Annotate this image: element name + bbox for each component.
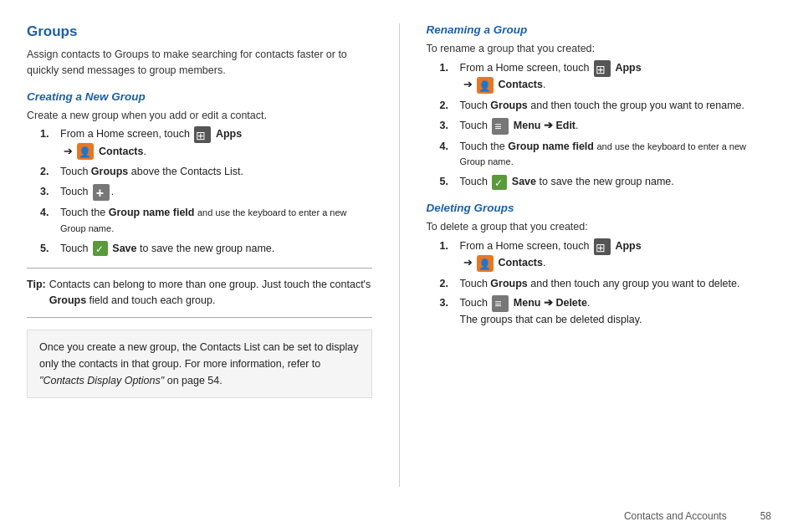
groups-title: Groups [27, 23, 372, 40]
save-icon-1 [93, 241, 108, 256]
renaming-step-3: 3. Touch Menu ➔ Edit. [440, 118, 772, 135]
step-num-2: 2. [40, 164, 57, 180]
creating-steps-list: 1. From a Home screen, touch Apps ➔ Cont… [40, 126, 372, 256]
creating-title: Creating a New Group [27, 90, 372, 103]
deleting-step-1: 1. From a Home screen, touch Apps ➔ Cont… [440, 238, 772, 272]
renaming-intro: To rename a group that you created: [427, 41, 772, 57]
d-step-1-content: From a Home screen, touch Apps ➔ Contact… [460, 238, 772, 272]
creating-step-5: 5. Touch Save to save the new group name… [40, 241, 372, 257]
r-step-num-5: 5. [440, 174, 457, 190]
creating-step-1: 1. From a Home screen, touch Apps ➔ Cont… [40, 126, 372, 160]
renaming-step-5: 5. Touch Save to save the new group name… [440, 174, 772, 190]
apps-icon-2 [594, 60, 611, 77]
footer-text: Contacts and Accounts 58 [624, 510, 771, 522]
creating-step-2: 2. Touch Groups above the Contacts List. [40, 164, 372, 180]
deleting-step-3: 3. Touch Menu ➔ Delete. The groups that … [440, 295, 772, 328]
right-column: Renaming a Group To rename a group that … [399, 23, 772, 487]
page-footer: Contacts and Accounts 58 [0, 504, 798, 532]
step-3-content: Touch . [60, 184, 372, 201]
d-step-num-3: 3. [440, 295, 457, 328]
contacts-icon-3 [477, 255, 494, 272]
deleting-step-2: 2. Touch Groups and then touch any group… [440, 276, 772, 292]
notice-text: Once you create a new group, the Contact… [39, 341, 358, 386]
d-step-num-2: 2. [440, 276, 457, 292]
step-num-3: 3. [40, 184, 57, 201]
r-step-3-content: Touch Menu ➔ Edit. [460, 118, 772, 135]
step-num-1: 1. [40, 126, 57, 160]
step-1-content: From a Home screen, touch Apps ➔ Contact… [60, 126, 372, 160]
apps-icon-3 [594, 238, 611, 255]
creating-intro: Create a new group when you add or edit … [27, 108, 372, 124]
contacts-icon-2 [477, 77, 494, 94]
renaming-steps-list: 1. From a Home screen, touch Apps ➔ Cont… [440, 60, 772, 190]
r-step-2-content: Touch Groups and then touch the group yo… [460, 98, 772, 114]
apps-icon-1 [194, 126, 211, 143]
d-step-3-content: Touch Menu ➔ Delete. The groups that can… [460, 295, 772, 328]
deleting-steps-list: 1. From a Home screen, touch Apps ➔ Cont… [440, 238, 772, 329]
notice-link: "Contacts Display Options" [39, 375, 164, 386]
r-step-4-content: Touch the Group name field and use the k… [460, 139, 772, 171]
tip-text: Contacts can belong to more than one gro… [49, 277, 372, 309]
deleting-title: Deleting Groups [427, 202, 772, 214]
groups-intro: Assign contacts to Groups to make search… [27, 47, 372, 79]
step-5-content: Touch Save to save the new group name. [60, 241, 372, 257]
r-step-5-content: Touch Save to save the new group name. [460, 174, 772, 190]
step-2-content: Touch Groups above the Contacts List. [60, 164, 372, 180]
menu-icon-2 [492, 295, 509, 312]
d-step-num-1: 1. [440, 238, 457, 272]
r-step-num-2: 2. [440, 98, 457, 114]
tip-box: Tip: Contacts can belong to more than on… [27, 268, 372, 318]
deleting-intro: To delete a group that you created: [427, 219, 772, 235]
menu-icon-1 [492, 118, 509, 135]
left-column: Groups Assign contacts to Groups to make… [27, 23, 372, 487]
tip-content: Tip: Contacts can belong to more than on… [27, 277, 372, 309]
renaming-step-1: 1. From a Home screen, touch Apps ➔ Cont… [440, 60, 772, 94]
renaming-step-2: 2. Touch Groups and then touch the group… [440, 98, 772, 114]
notice-box: Once you create a new group, the Contact… [27, 330, 372, 398]
step-num-5: 5. [40, 241, 57, 257]
creating-step-3: 3. Touch . [40, 184, 372, 201]
r-step-num-4: 4. [440, 139, 457, 171]
d-step-2-content: Touch Groups and then touch any group yo… [460, 276, 772, 292]
renaming-step-4: 4. Touch the Group name field and use th… [440, 139, 772, 171]
footer-page: 58 [760, 510, 771, 522]
creating-step-4: 4. Touch the Group name field and use th… [40, 205, 372, 237]
contacts-icon-1 [77, 143, 94, 160]
r-step-num-1: 1. [440, 60, 457, 94]
renaming-title: Renaming a Group [427, 23, 772, 36]
r-step-num-3: 3. [440, 118, 457, 135]
r-step-1-content: From a Home screen, touch Apps ➔ Contact… [460, 60, 772, 94]
step-num-4: 4. [40, 205, 57, 237]
plus-icon [93, 184, 110, 201]
footer-label: Contacts and Accounts [624, 510, 727, 522]
save-icon-2 [492, 175, 507, 190]
step-4-content: Touch the Group name field and use the k… [60, 205, 372, 237]
tip-label: Tip: [27, 277, 46, 309]
